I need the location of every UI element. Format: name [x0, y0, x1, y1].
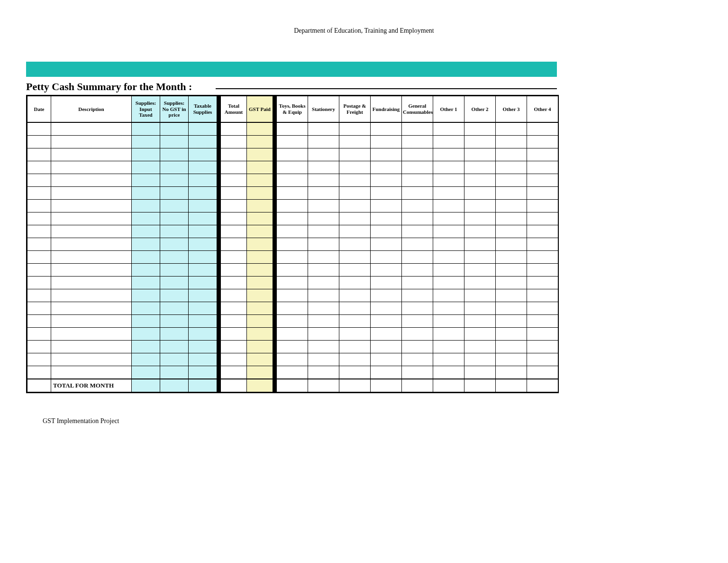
cell[interactable] [132, 277, 160, 289]
cell[interactable] [464, 225, 496, 238]
cell[interactable] [51, 264, 132, 277]
cell[interactable] [160, 366, 189, 379]
cell[interactable] [160, 289, 189, 302]
cell[interactable] [433, 302, 464, 315]
cell[interactable] [308, 251, 339, 264]
cell[interactable] [496, 302, 527, 315]
cell[interactable] [527, 353, 558, 366]
cell[interactable] [527, 212, 558, 225]
cell[interactable] [221, 238, 247, 251]
cell[interactable] [402, 341, 433, 353]
cell[interactable] [464, 264, 496, 277]
cell[interactable] [160, 148, 189, 161]
cell[interactable] [27, 161, 51, 174]
cell[interactable] [496, 238, 527, 251]
cell[interactable] [189, 341, 217, 353]
cell[interactable] [464, 148, 496, 161]
cell[interactable] [402, 187, 433, 200]
cell[interactable] [339, 379, 371, 392]
cell[interactable] [51, 302, 132, 315]
cell[interactable] [339, 353, 371, 366]
cell[interactable] [247, 238, 273, 251]
cell[interactable] [27, 379, 51, 392]
cell[interactable] [339, 302, 371, 315]
cell[interactable] [277, 366, 308, 379]
cell[interactable] [308, 302, 339, 315]
cell[interactable] [51, 366, 132, 379]
cell[interactable] [221, 328, 247, 341]
cell[interactable] [433, 136, 464, 148]
cell[interactable] [308, 328, 339, 341]
cell[interactable] [277, 174, 308, 187]
cell[interactable] [464, 289, 496, 302]
cell[interactable] [371, 200, 402, 212]
cell[interactable] [247, 200, 273, 212]
cell[interactable] [27, 187, 51, 200]
cell[interactable] [132, 225, 160, 238]
cell[interactable] [27, 225, 51, 238]
cell[interactable] [371, 366, 402, 379]
cell[interactable] [371, 315, 402, 328]
cell[interactable] [160, 315, 189, 328]
cell[interactable] [464, 366, 496, 379]
cell[interactable] [221, 277, 247, 289]
cell[interactable] [308, 122, 339, 136]
cell[interactable] [277, 122, 308, 136]
cell[interactable] [527, 289, 558, 302]
cell[interactable] [402, 379, 433, 392]
cell[interactable] [27, 136, 51, 148]
cell[interactable] [371, 341, 402, 353]
cell[interactable] [402, 238, 433, 251]
cell[interactable] [496, 341, 527, 353]
cell[interactable] [527, 328, 558, 341]
cell[interactable] [189, 122, 217, 136]
cell[interactable] [51, 148, 132, 161]
cell[interactable] [433, 341, 464, 353]
cell[interactable] [371, 302, 402, 315]
cell[interactable] [339, 264, 371, 277]
cell[interactable] [339, 161, 371, 174]
cell[interactable] [308, 277, 339, 289]
cell[interactable] [51, 136, 132, 148]
cell[interactable] [160, 277, 189, 289]
cell[interactable] [247, 225, 273, 238]
cell[interactable] [496, 328, 527, 341]
cell[interactable] [221, 379, 247, 392]
cell[interactable] [371, 136, 402, 148]
cell[interactable] [339, 200, 371, 212]
cell[interactable] [402, 161, 433, 174]
cell[interactable] [277, 379, 308, 392]
cell[interactable] [277, 225, 308, 238]
cell[interactable] [402, 174, 433, 187]
cell[interactable] [189, 251, 217, 264]
cell[interactable] [339, 238, 371, 251]
cell[interactable] [189, 302, 217, 315]
cell[interactable] [464, 277, 496, 289]
cell[interactable] [339, 341, 371, 353]
cell[interactable] [527, 225, 558, 238]
cell[interactable] [433, 148, 464, 161]
cell[interactable] [27, 315, 51, 328]
cell[interactable] [527, 302, 558, 315]
cell[interactable] [277, 136, 308, 148]
cell[interactable] [402, 328, 433, 341]
cell[interactable] [496, 136, 527, 148]
cell[interactable] [27, 277, 51, 289]
cell[interactable] [132, 136, 160, 148]
cell[interactable] [402, 225, 433, 238]
cell[interactable] [160, 136, 189, 148]
cell[interactable] [308, 315, 339, 328]
cell[interactable] [221, 353, 247, 366]
cell[interactable] [496, 289, 527, 302]
cell[interactable] [189, 379, 217, 392]
cell[interactable] [51, 289, 132, 302]
cell[interactable] [189, 187, 217, 200]
cell[interactable] [277, 251, 308, 264]
cell[interactable] [189, 238, 217, 251]
cell[interactable] [160, 328, 189, 341]
cell[interactable] [189, 264, 217, 277]
cell[interactable] [160, 251, 189, 264]
cell[interactable] [433, 366, 464, 379]
cell[interactable] [221, 264, 247, 277]
cell[interactable] [433, 328, 464, 341]
